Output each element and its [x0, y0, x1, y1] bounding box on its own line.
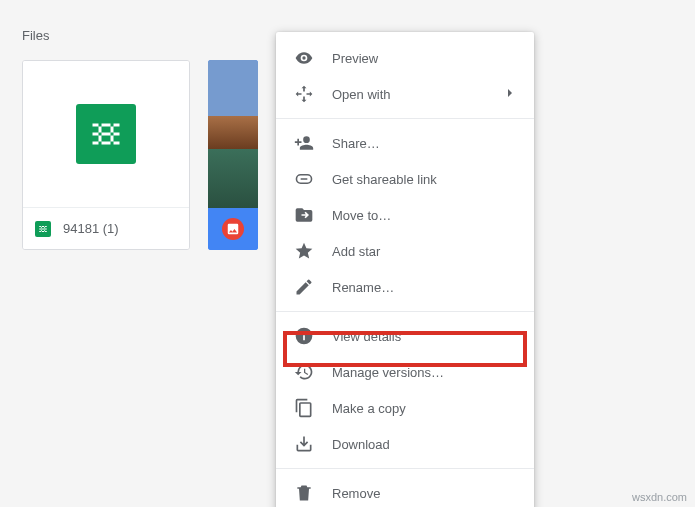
- section-label: Files: [22, 28, 49, 43]
- files-area: 94181 (1): [22, 60, 258, 250]
- menu-remove[interactable]: Remove: [276, 475, 534, 507]
- menu-move-to[interactable]: Move to…: [276, 197, 534, 233]
- photo-icon: [222, 218, 244, 240]
- menu-label: Get shareable link: [332, 172, 518, 187]
- open-with-icon: [294, 84, 314, 104]
- menu-share[interactable]: Share…: [276, 125, 534, 161]
- menu-view-details[interactable]: View details: [276, 318, 534, 354]
- menu-label: Download: [332, 437, 518, 452]
- eye-icon: [294, 48, 314, 68]
- file-card-sheet[interactable]: 94181 (1): [22, 60, 190, 250]
- menu-divider: [276, 468, 534, 469]
- file-footer: 94181 (1): [23, 207, 189, 249]
- menu-label: Move to…: [332, 208, 518, 223]
- menu-label: Add star: [332, 244, 518, 259]
- menu-download[interactable]: Download: [276, 426, 534, 462]
- menu-label: View details: [332, 329, 518, 344]
- menu-label: Make a copy: [332, 401, 518, 416]
- image-footer: [208, 208, 258, 250]
- menu-label: Preview: [332, 51, 518, 66]
- menu-divider: [276, 118, 534, 119]
- menu-label: Open with: [332, 87, 484, 102]
- copy-icon: [294, 398, 314, 418]
- folder-move-icon: [294, 205, 314, 225]
- link-icon: [294, 169, 314, 189]
- sheets-icon: [76, 104, 136, 164]
- star-icon: [294, 241, 314, 261]
- file-name: 94181 (1): [63, 221, 119, 236]
- chevron-right-icon: [502, 85, 518, 104]
- menu-label: Rename…: [332, 280, 518, 295]
- rename-icon: [294, 277, 314, 297]
- file-thumbnail: [23, 61, 189, 207]
- menu-label: Share…: [332, 136, 518, 151]
- file-card-image[interactable]: [208, 60, 258, 250]
- watermark: wsxdn.com: [632, 491, 687, 503]
- info-icon: [294, 326, 314, 346]
- menu-add-star[interactable]: Add star: [276, 233, 534, 269]
- person-add-icon: [294, 133, 314, 153]
- context-menu: Preview Open with Share… Get shareable l…: [276, 32, 534, 507]
- menu-get-link[interactable]: Get shareable link: [276, 161, 534, 197]
- sheets-icon-small: [35, 221, 51, 237]
- image-thumbnail: [208, 60, 258, 208]
- trash-icon: [294, 483, 314, 503]
- menu-divider: [276, 311, 534, 312]
- menu-open-with[interactable]: Open with: [276, 76, 534, 112]
- menu-preview[interactable]: Preview: [276, 40, 534, 76]
- menu-rename[interactable]: Rename…: [276, 269, 534, 305]
- menu-manage-versions[interactable]: Manage versions…: [276, 354, 534, 390]
- download-icon: [294, 434, 314, 454]
- menu-label: Manage versions…: [332, 365, 518, 380]
- menu-label: Remove: [332, 486, 518, 501]
- menu-make-copy[interactable]: Make a copy: [276, 390, 534, 426]
- history-icon: [294, 362, 314, 382]
